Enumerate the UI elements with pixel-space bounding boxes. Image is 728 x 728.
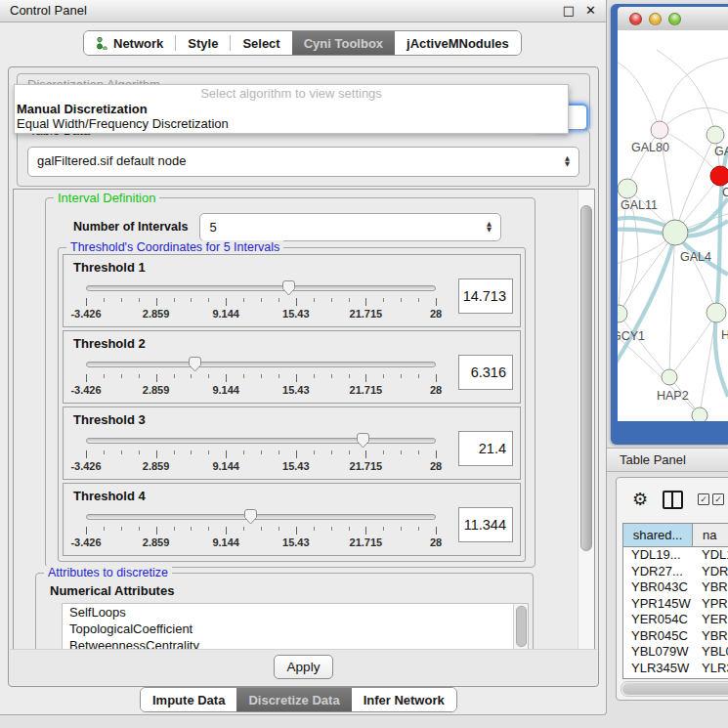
table-row[interactable]: YBR043CYBR0 <box>623 579 728 596</box>
table-row[interactable]: YBL079WYBL0 <box>623 644 728 661</box>
threshold-label: Threshold 1 <box>73 260 146 275</box>
tick-mark <box>436 527 437 535</box>
close-window-icon[interactable]: ✕ <box>585 0 596 21</box>
threshold-slider[interactable]: -3.4262.8599.14415.4321.71528 <box>72 431 450 476</box>
tab-jactivemnodules[interactable]: jActiveMNodules <box>395 31 521 55</box>
tick-label: -3.426 <box>70 460 101 472</box>
mac-minimize-button[interactable] <box>649 13 662 25</box>
table-cell: YBL0 <box>692 644 728 661</box>
tick-mark <box>314 298 315 302</box>
mac-close-button[interactable] <box>629 13 642 25</box>
slider-thumb[interactable] <box>356 432 370 449</box>
algorithm-option-equal-width-frequency-discretization[interactable]: Equal Width/Frequency Discretization <box>15 116 568 131</box>
tick-mark <box>436 450 437 458</box>
threshold-value-field[interactable]: 6.316 <box>458 355 513 390</box>
network-canvas[interactable]: GAL80GACGAL11GAL4GCY1HHAP2 <box>618 30 728 421</box>
node-table[interactable]: shared...na YDL19...YDL1YDR27...YDR2YBR0… <box>622 523 728 679</box>
apply-button[interactable]: Apply <box>274 655 334 679</box>
tab-network[interactable]: Network <box>84 31 175 55</box>
tick-mark <box>243 298 244 302</box>
algorithm-dropdown-hint: Select algorithm to view settings <box>15 85 568 102</box>
tab-impute-data[interactable]: Impute Data <box>141 688 236 711</box>
settings-scrollbar[interactable] <box>578 190 594 649</box>
table-row[interactable]: YBR045CYBR0 <box>623 628 728 645</box>
table-horizontal-scrollbar[interactable] <box>621 681 728 697</box>
network-node-hap2[interactable] <box>662 369 677 385</box>
thresholds-stack: Threshold 1-3.4262.8599.14415.4321.71528… <box>63 254 521 559</box>
tab-infer-network[interactable]: Infer Network <box>352 688 456 711</box>
network-node[interactable] <box>692 407 707 421</box>
table-row[interactable]: YPR145WYPR1 <box>623 596 728 613</box>
slider-thumb[interactable] <box>188 356 202 372</box>
tab-label: Style <box>188 36 218 51</box>
threshold-label: Threshold 4 <box>73 489 146 503</box>
table-cell: YBR043C <box>623 579 692 596</box>
table-hscrollbar-thumb[interactable] <box>622 683 728 695</box>
float-window-icon[interactable]: □ <box>563 0 575 21</box>
threshold-value-field[interactable]: 21.4 <box>458 431 513 466</box>
threshold-slider[interactable]: -3.4262.8599.14415.4321.71528 <box>72 507 450 552</box>
table-data-combobox[interactable]: galFiltered.sif default node ▲▼ <box>27 147 579 177</box>
tab-cyni-toolbox[interactable]: Cyni Toolbox <box>292 31 395 55</box>
tick-mark <box>208 374 209 378</box>
tick-mark <box>365 298 366 306</box>
network-node-gal4[interactable] <box>663 220 688 245</box>
threshold-slider[interactable]: -3.4262.8599.14415.4321.71528 <box>72 355 450 400</box>
network-node-h[interactable] <box>707 303 726 322</box>
tab-select[interactable]: Select <box>231 31 291 55</box>
attributes-group: Attributes to discretize Numerical Attri… <box>35 573 534 650</box>
network-node-ga[interactable] <box>707 126 724 144</box>
mac-zoom-button[interactable] <box>668 13 681 25</box>
table-row[interactable]: YIL052CYIL0 <box>623 676 728 679</box>
attributes-scrollbar-thumb[interactable] <box>516 606 527 647</box>
threshold-value-field[interactable]: 11.344 <box>458 507 513 542</box>
numerical-attributes-list[interactable]: SelfLoopsTopologicalCoefficientBetweenne… <box>62 603 529 650</box>
tick-label: -3.426 <box>70 308 101 320</box>
top-tab-bar: NetworkStyleSelectCyni ToolboxjActiveMNo… <box>83 30 522 56</box>
tick-mark <box>86 298 87 306</box>
network-node-gal11[interactable] <box>618 179 637 198</box>
table-row[interactable]: YDL19...YDL1 <box>623 547 728 564</box>
tick-mark <box>401 450 402 454</box>
algorithm-option-manual-discretization[interactable]: Manual Discretization <box>15 102 568 116</box>
tick-label: 28 <box>430 384 442 396</box>
tick-mark <box>104 527 105 531</box>
threshold-value-field[interactable]: 14.713 <box>458 278 513 314</box>
checkbox-icon[interactable]: ✓ <box>698 493 709 505</box>
table-row[interactable]: YLR345WYLR3 <box>623 661 728 677</box>
slider-thumb[interactable] <box>243 508 258 525</box>
thresholds-group: Threshold's Coordinates for 5 Intervals … <box>58 247 526 562</box>
gear-icon[interactable]: ⚙ <box>632 491 648 508</box>
network-node-gal80[interactable] <box>651 121 668 139</box>
attribute-item[interactable]: SelfLoops <box>63 604 528 621</box>
network-icon <box>96 36 108 50</box>
slider-track <box>86 285 436 291</box>
network-node-gcy1[interactable] <box>618 305 627 322</box>
tab-discretize-data[interactable]: Discretize Data <box>236 688 351 711</box>
table-row[interactable]: YER054CYER0 <box>623 612 728 628</box>
attributes-scrollbar[interactable] <box>513 604 528 650</box>
settings-scrollbar-thumb[interactable] <box>580 205 592 551</box>
tick-mark <box>383 527 384 531</box>
network-graph[interactable]: GAL80GACGAL11GAL4GCY1HHAP2 <box>618 30 728 421</box>
table-cell: YLR345W <box>623 661 692 677</box>
control-panel-window: Control Panel □ ✕ NetworkStyleSelectCyni… <box>0 0 607 715</box>
table-column-header-shared[interactable]: shared... <box>623 524 693 546</box>
checkbox-icon[interactable]: ✓ <box>712 493 724 505</box>
threshold-slider[interactable]: -3.4262.8599.14415.4321.71528 <box>72 278 450 323</box>
tick-mark <box>349 374 350 378</box>
table-row[interactable]: YDR27...YDR2 <box>623 564 728 580</box>
number-of-intervals-combobox[interactable]: 5 ▲▼ <box>199 213 501 241</box>
network-node-c[interactable] <box>710 166 728 186</box>
tick-mark <box>226 298 227 306</box>
tick-mark <box>296 374 297 382</box>
tick-label: 28 <box>430 308 442 320</box>
columns-icon[interactable] <box>663 491 683 509</box>
slider-thumb[interactable] <box>281 279 296 296</box>
table-column-header-na[interactable]: na <box>693 524 728 546</box>
attribute-item[interactable]: TopologicalCoefficient <box>63 621 528 637</box>
tick-label: 2.859 <box>143 536 170 548</box>
network-node-label: GCY1 <box>618 329 645 343</box>
tick-mark <box>296 450 297 458</box>
tab-style[interactable]: Style <box>176 31 230 55</box>
